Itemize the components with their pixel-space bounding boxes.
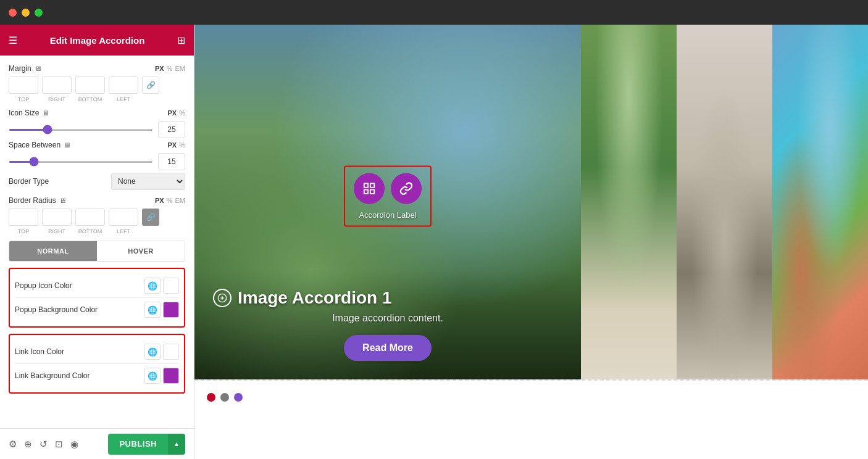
border-type-row: Border Type None Solid Dashed Dotted: [9, 173, 185, 190]
accordion-title-row: Image Accordion 1: [213, 288, 562, 308]
main-content: Accordion Label Im: [194, 25, 868, 459]
margin-link-button[interactable]: 🔗: [142, 76, 159, 94]
popup-icon-button[interactable]: [354, 173, 385, 204]
space-unit-percent[interactable]: %: [179, 141, 185, 149]
br-unit-px[interactable]: PX: [155, 197, 164, 204]
link-color-section: Link Icon Color 🌐 Link Background Color …: [9, 334, 185, 394]
bottom-area: [194, 379, 868, 459]
margin-bottom[interactable]: 10: [75, 76, 105, 94]
icon-size-slider[interactable]: [9, 129, 153, 131]
publish-group: PUBLISH ▲: [108, 434, 185, 455]
br-link-button[interactable]: 🔗: [142, 209, 159, 226]
popup-icon-color-label: Popup Icon Color: [15, 281, 72, 290]
eye-icon[interactable]: ◉: [70, 439, 78, 450]
border-radius-inputs: 100 100 100 100 🔗: [9, 209, 185, 226]
close-dot[interactable]: [9, 9, 17, 17]
accordion-panel-4[interactable]: [772, 25, 868, 379]
label-top: TOP: [9, 96, 38, 102]
margin-top[interactable]: 0: [9, 76, 38, 94]
unit-em[interactable]: EM: [175, 65, 186, 72]
svg-rect-0: [364, 183, 368, 187]
popup-bg-globe-button[interactable]: 🌐: [144, 302, 161, 318]
unit-percent[interactable]: %: [167, 65, 173, 72]
margin-right[interactable]: 0: [42, 76, 72, 94]
link-icon-color-right: 🌐: [144, 344, 179, 360]
accordion-panel-3[interactable]: [677, 25, 772, 379]
link-icon-globe-button[interactable]: 🌐: [144, 344, 161, 360]
space-between-value[interactable]: 15: [158, 153, 185, 170]
unit-px[interactable]: PX: [155, 65, 164, 72]
accordion-subtitle: Image accordion content.: [213, 313, 562, 324]
br-label-right: RIGHT: [42, 228, 72, 234]
layers-icon[interactable]: ⊕: [24, 439, 32, 450]
border-radius-row: Border Radius 🖥 PX % EM: [9, 196, 185, 205]
panel-3-image: [677, 25, 772, 379]
link-bg-globe-button[interactable]: 🌐: [144, 368, 161, 384]
br-bottom[interactable]: 100: [75, 209, 105, 226]
dot-indicator-2[interactable]: [220, 393, 229, 402]
maximize-dot[interactable]: [35, 9, 43, 17]
panel-1-overlay: Image Accordion 1 Image accordion conten…: [194, 270, 581, 379]
grid-icon[interactable]: ⊞: [177, 35, 185, 46]
margin-left[interactable]: 0: [109, 76, 138, 94]
margin-row: Margin 🖥 PX % EM: [9, 64, 185, 73]
svg-rect-2: [364, 189, 368, 193]
popup-bg-color-row: Popup Background Color 🌐: [15, 297, 179, 321]
br-top[interactable]: 100: [9, 209, 38, 226]
space-between-row: Space Between 🖥 PX %: [9, 141, 185, 149]
margin-label: Margin 🖥: [9, 64, 41, 73]
br-label-left: LEFT: [109, 228, 138, 234]
border-type-label: Border Type: [9, 177, 49, 186]
popup-icon-globe-button[interactable]: 🌐: [144, 278, 161, 294]
margin-inputs: 0 0 10 0 🔗: [9, 76, 185, 94]
border-type-select[interactable]: None Solid Dashed Dotted: [111, 173, 185, 190]
panel-2-image: [581, 25, 677, 379]
read-more-button[interactable]: Read More: [344, 335, 432, 361]
accordion-panel-2[interactable]: [581, 25, 677, 379]
link-icon-color-label: Link Icon Color: [15, 347, 64, 356]
br-label-top: TOP: [9, 228, 38, 234]
settings-icon[interactable]: ⚙: [9, 439, 17, 450]
responsive-icon[interactable]: ⊡: [55, 439, 63, 450]
titlebar: [0, 0, 868, 25]
history-icon[interactable]: ↺: [40, 439, 48, 450]
link-icon-button[interactable]: [391, 173, 422, 204]
publish-arrow-button[interactable]: ▲: [168, 434, 185, 455]
br-unit-percent[interactable]: %: [167, 197, 173, 204]
br-left[interactable]: 100: [109, 209, 138, 226]
sidebar-header: ☰ Edit Image Accordion ⊞: [0, 25, 194, 56]
dot-indicators: [207, 393, 243, 402]
br-unit-em[interactable]: EM: [175, 197, 186, 204]
link-icon-color-swatch[interactable]: [163, 344, 179, 360]
sidebar-footer: ⚙ ⊕ ↺ ⊡ ◉ PUBLISH ▲: [0, 428, 194, 459]
border-radius-unit-switcher: PX % EM: [155, 197, 185, 204]
icon-unit-px[interactable]: PX: [168, 109, 177, 117]
icon-size-value[interactable]: 25: [158, 121, 185, 138]
panel-1-image: Accordion Label Im: [194, 25, 581, 379]
publish-button[interactable]: PUBLISH: [108, 434, 168, 455]
popup-bg-color-swatch[interactable]: [163, 302, 179, 318]
link-bg-color-swatch[interactable]: [163, 368, 179, 384]
tab-normal[interactable]: NORMAL: [9, 241, 97, 261]
sidebar-content: Margin 🖥 PX % EM 0 0 10 0 🔗 TOP RIGHT B: [0, 56, 194, 428]
margin-unit-switcher: PX % EM: [155, 65, 185, 72]
panel-4-image: [772, 25, 868, 379]
space-between-slider[interactable]: [9, 161, 153, 163]
hamburger-icon[interactable]: ☰: [9, 35, 17, 46]
tab-hover[interactable]: HOVER: [97, 241, 185, 261]
link-icon-color-row: Link Icon Color 🌐: [15, 340, 179, 363]
accordion-panel-1[interactable]: Accordion Label Im: [194, 25, 581, 379]
popup-icon-color-row: Popup Icon Color 🌐: [15, 274, 179, 297]
minimize-dot[interactable]: [22, 9, 30, 17]
space-unit-px[interactable]: PX: [168, 141, 177, 149]
icon-unit-percent[interactable]: %: [179, 109, 185, 117]
dot-indicator-3[interactable]: [234, 393, 243, 402]
icons-row: [354, 173, 422, 204]
monitor-icon: 🖥: [35, 65, 41, 72]
br-right[interactable]: 100: [42, 209, 72, 226]
icon-size-row: Icon Size 🖥 PX %: [9, 109, 185, 117]
popup-bg-color-label: Popup Background Color: [15, 305, 98, 314]
dot-indicator-1[interactable]: [207, 393, 215, 402]
popup-icon-color-swatch[interactable]: [163, 278, 179, 294]
space-between-slider-row: 15: [9, 153, 185, 170]
